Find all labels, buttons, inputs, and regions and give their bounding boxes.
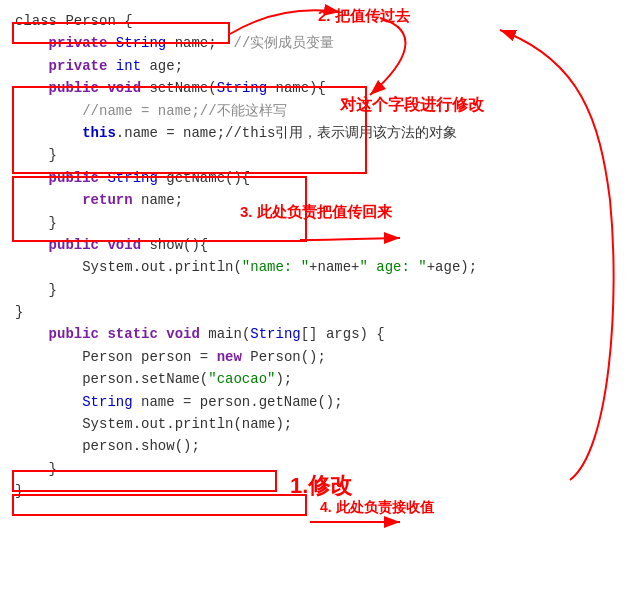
code-line-5: //name = name;//不能这样写 (15, 100, 628, 122)
code-lines: class Person { private String name; //实例… (15, 10, 628, 503)
code-line-20: String name = person.getName(); (15, 391, 628, 413)
code-line-19: person.setName("caocao"); (15, 368, 628, 390)
code-line-13: } (15, 279, 628, 301)
code-line-8: public String getName(){ (15, 167, 628, 189)
code-line-25: } (15, 480, 628, 502)
code-line-11: public void show(){ (15, 234, 628, 256)
code-line-23: } (15, 458, 628, 480)
code-line-2: private String name; //实例成员变量 (15, 32, 628, 54)
code-line-17: public static void main(String[] args) { (15, 323, 628, 345)
code-line-6: this.name = name;//this引用，表示调用该方法的对象 (15, 122, 628, 144)
code-line-15: } (15, 301, 628, 323)
code-line-12: System.out.println("name: "+name+" age: … (15, 256, 628, 278)
code-line-4: public void setName(String name){ (15, 77, 628, 99)
code-line-9: return name; (15, 189, 628, 211)
code-line-21: System.out.println(name); (15, 413, 628, 435)
code-line-7: } (15, 144, 628, 166)
code-line-10: } (15, 212, 628, 234)
code-line-18: Person person = new Person(); (15, 346, 628, 368)
code-area: class Person { private String name; //实例… (0, 0, 643, 611)
code-line-22: person.show(); (15, 435, 628, 457)
code-line-1: class Person { (15, 10, 628, 32)
code-line-3: private int age; (15, 55, 628, 77)
